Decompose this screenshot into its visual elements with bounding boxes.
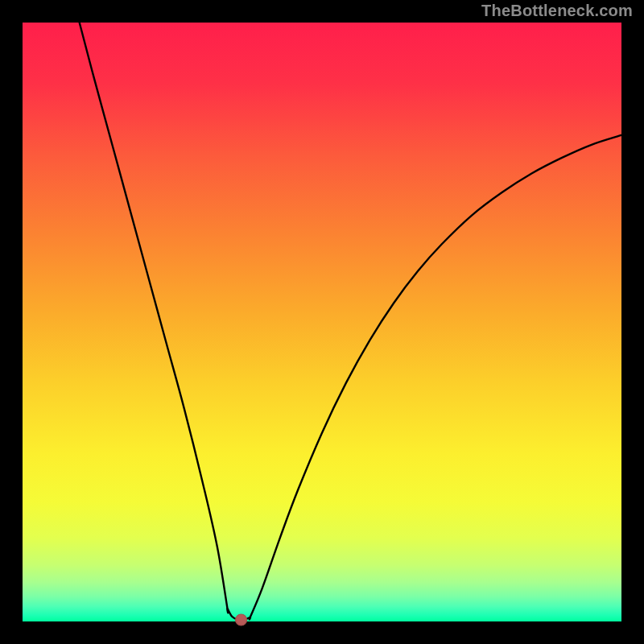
watermark-label: TheBottleneck.com bbox=[481, 2, 633, 20]
chart-canvas bbox=[0, 0, 644, 644]
chart-root: TheBottleneck.com bbox=[0, 0, 644, 644]
